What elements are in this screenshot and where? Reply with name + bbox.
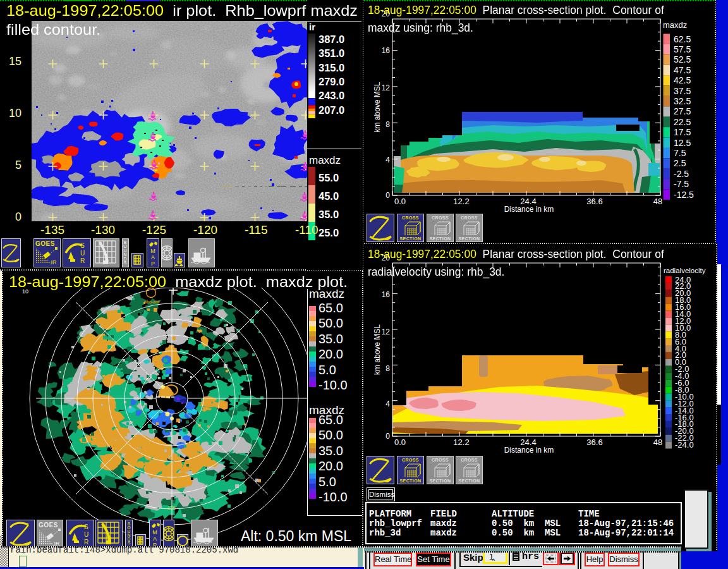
svg-text:57.5: 57.5 — [674, 44, 691, 54]
svg-text:0.0: 0.0 — [394, 197, 406, 206]
svg-text:4: 4 — [385, 400, 390, 408]
svg-text:km above MSL: km above MSL — [373, 324, 382, 375]
svg-text:55.0: 55.0 — [318, 172, 339, 183]
svg-text:maxdz: maxdz — [663, 20, 687, 30]
svg-text:O: O — [123, 244, 126, 248]
svg-text:37.5: 37.5 — [674, 86, 691, 96]
svg-text:12.2: 12.2 — [453, 197, 469, 206]
svg-text:-7.5: -7.5 — [674, 179, 689, 189]
svg-text:36.6: 36.6 — [586, 437, 602, 447]
svg-text:65.0: 65.0 — [318, 301, 343, 315]
svg-text:279.0: 279.0 — [318, 76, 344, 87]
svg-text:ir: ir — [309, 21, 315, 32]
svg-text:-10.0: -10.0 — [318, 490, 348, 504]
svg-text:A: A — [153, 535, 157, 542]
svg-text:32.5: 32.5 — [674, 96, 691, 106]
svg-text:N: N — [124, 252, 127, 257]
svg-text:maxdz: maxdz — [309, 154, 341, 166]
svg-text:-2.5: -2.5 — [674, 169, 689, 179]
svg-text:M: M — [152, 529, 157, 535]
svg-text:243.0: 243.0 — [318, 90, 344, 101]
svg-text:A: A — [151, 254, 155, 260]
svg-text:Distance in km: Distance in km — [504, 205, 554, 212]
svg-text:P: P — [151, 260, 155, 267]
svg-text:GOES: GOES — [39, 522, 58, 529]
svg-text:35.0: 35.0 — [318, 444, 343, 458]
svg-text:65.0: 65.0 — [318, 413, 343, 427]
svg-text:5.0: 5.0 — [318, 363, 336, 377]
svg-text:7.5: 7.5 — [674, 148, 686, 158]
svg-text:8: 8 — [385, 364, 390, 373]
svg-text:47.5: 47.5 — [674, 65, 691, 75]
svg-text:5.0: 5.0 — [318, 475, 336, 489]
svg-text:S: S — [80, 242, 85, 249]
svg-text:radialvelocity: radialvelocity — [664, 267, 706, 274]
svg-text:GOES: GOES — [35, 240, 55, 247]
svg-text:-10.0: -10.0 — [318, 378, 348, 392]
svg-text:27.5: 27.5 — [674, 106, 691, 116]
svg-text:2.5: 2.5 — [674, 158, 686, 168]
svg-text:-24.0: -24.0 — [675, 440, 694, 450]
svg-text:S: S — [84, 523, 88, 530]
svg-text:351.0: 351.0 — [318, 47, 344, 59]
svg-text:50.0: 50.0 — [318, 316, 343, 330]
svg-text:R: R — [84, 539, 88, 546]
svg-text:315.0: 315.0 — [318, 62, 344, 73]
svg-text:42.5: 42.5 — [674, 75, 691, 85]
svg-text:45.0: 45.0 — [318, 190, 339, 202]
svg-text:35.0: 35.0 — [318, 332, 343, 346]
svg-text:16: 16 — [382, 290, 391, 299]
svg-text:12: 12 — [382, 327, 391, 336]
svg-text:-12.5: -12.5 — [674, 190, 694, 200]
svg-text:48: 48 — [653, 197, 662, 206]
svg-text:12: 12 — [382, 83, 391, 92]
svg-text:U: U — [80, 250, 85, 257]
svg-text:Distance in km: Distance in km — [504, 446, 554, 455]
svg-text:-125: -125 — [166, 505, 176, 511]
svg-text:4: 4 — [385, 156, 390, 164]
svg-text:R: R — [80, 257, 85, 264]
svg-text:km above MSL: km above MSL — [373, 82, 382, 132]
svg-text:48: 48 — [653, 437, 662, 447]
svg-text:0.0: 0.0 — [394, 437, 406, 447]
svg-text:20.0: 20.0 — [318, 459, 343, 473]
svg-text:20.0: 20.0 — [318, 347, 343, 361]
svg-text:35.0: 35.0 — [318, 209, 339, 220]
svg-text:16: 16 — [382, 46, 391, 55]
svg-text:52.5: 52.5 — [674, 54, 691, 64]
svg-text:8: 8 — [385, 120, 390, 129]
svg-text:.IR: .IR — [49, 259, 57, 266]
svg-text:17.5: 17.5 — [674, 127, 691, 137]
svg-text:0: 0 — [385, 191, 390, 200]
svg-text:12.2: 12.2 — [453, 437, 469, 447]
svg-text:U: U — [84, 531, 88, 538]
svg-text:12.5: 12.5 — [674, 138, 691, 148]
svg-text:who-ami: who-ami — [143, 300, 160, 304]
svg-text:207.0: 207.0 — [318, 104, 344, 116]
svg-text:S: S — [124, 260, 127, 265]
svg-text:62.5: 62.5 — [674, 34, 691, 44]
svg-text:S: S — [128, 541, 131, 545]
svg-text:387.0: 387.0 — [318, 34, 344, 45]
svg-text:0: 0 — [385, 432, 390, 441]
svg-text:22.5: 22.5 — [674, 117, 691, 127]
svg-text:50.0: 50.0 — [318, 428, 343, 442]
svg-text:36.6: 36.6 — [586, 197, 602, 206]
svg-text:M: M — [150, 248, 155, 254]
